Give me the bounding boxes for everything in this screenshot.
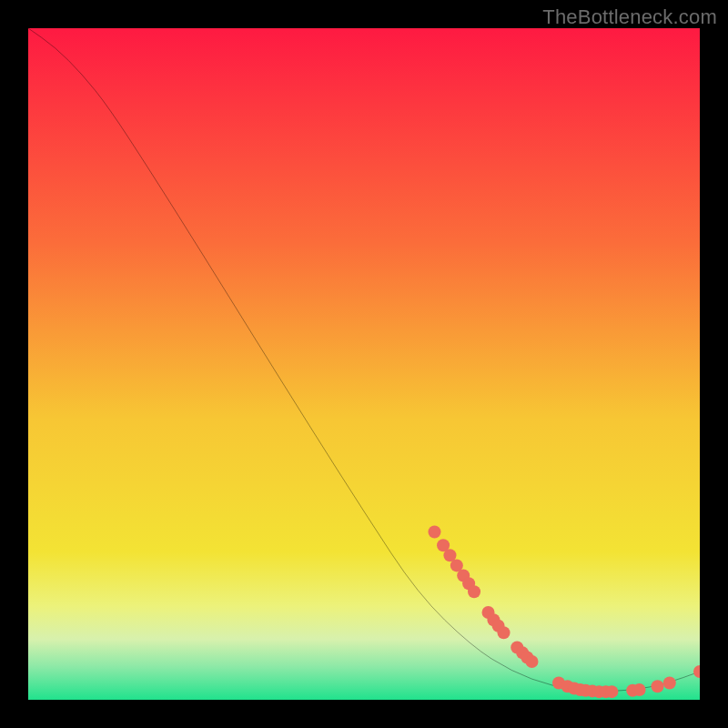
- gradient-background: [28, 28, 700, 700]
- data-marker: [525, 655, 538, 668]
- data-marker: [605, 685, 618, 698]
- chart-svg: [28, 28, 700, 700]
- data-marker: [663, 677, 676, 690]
- data-marker: [633, 683, 646, 696]
- watermark-text: TheBottleneck.com: [542, 5, 717, 29]
- plot-area: [28, 28, 700, 700]
- chart-stage: TheBottleneck.com: [0, 0, 728, 728]
- data-marker: [651, 680, 663, 693]
- data-marker: [428, 525, 440, 538]
- data-marker: [468, 585, 480, 598]
- data-marker: [497, 626, 510, 639]
